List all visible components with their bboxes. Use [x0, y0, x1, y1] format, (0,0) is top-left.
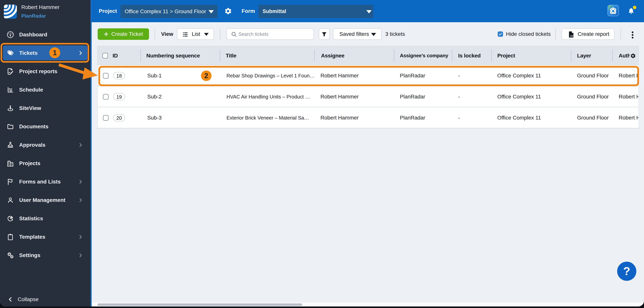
- svg-text:PDF: PDF: [570, 35, 574, 37]
